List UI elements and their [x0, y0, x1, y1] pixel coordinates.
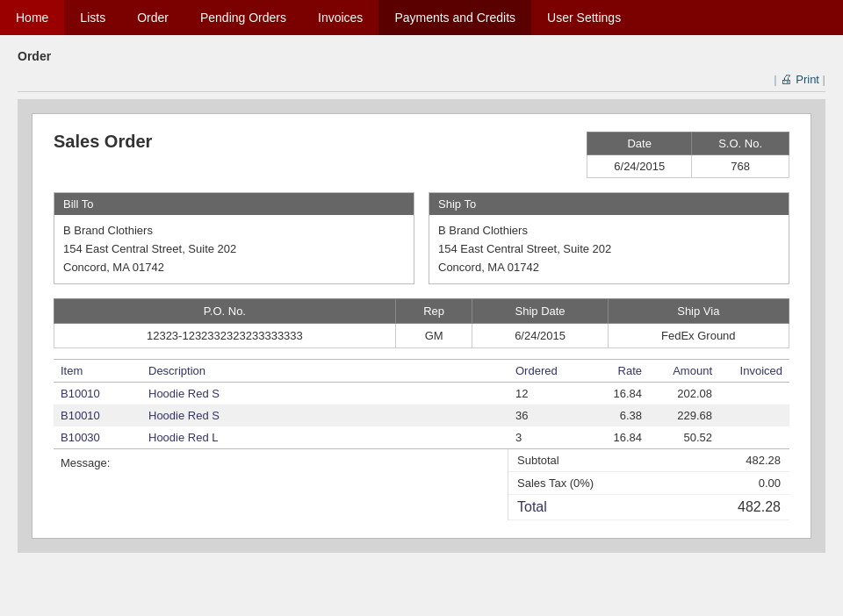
bill-to-body: B Brand Clothiers 154 East Central Stree…	[54, 215, 414, 283]
col-item: Item	[54, 360, 141, 383]
subtotal-label: Subtotal	[508, 449, 680, 472]
ship-to-line-3: Concord, MA 01742	[438, 259, 780, 277]
cell-invoiced	[719, 383, 789, 405]
total-label: Total	[508, 495, 680, 520]
col-amount: Amount	[649, 360, 719, 383]
po-no-header: P.O. No.	[54, 299, 396, 324]
cell-invoiced	[719, 405, 789, 426]
print-icon: 🖨	[780, 72, 792, 86]
rep-header: Rep	[395, 299, 472, 324]
col-rate: Rate	[579, 360, 649, 383]
ship-to-line-2: 154 East Central Street, Suite 202	[438, 240, 780, 259]
cell-item: B10010	[54, 405, 141, 426]
so-no-header: S.O. No.	[692, 133, 789, 155]
nav-order[interactable]: Order	[121, 0, 184, 35]
print-bar: | 🖨 Print |	[18, 72, 825, 92]
total-value: 482.28	[680, 495, 789, 520]
nav-invoices[interactable]: Invoices	[302, 0, 378, 35]
cell-amount: 202.08	[649, 383, 719, 405]
so-title: Sales Order	[54, 132, 152, 152]
table-row: B10030 Hoodie Red L 3 16.84 50.52	[54, 426, 789, 448]
message-label: Message:	[61, 456, 110, 469]
cell-rate: 6.38	[579, 405, 649, 426]
tax-row: Sales Tax (0%) 0.00	[508, 472, 789, 495]
cell-rate: 16.84	[579, 383, 649, 405]
table-row: B10010 Hoodie Red S 12 16.84 202.08	[54, 383, 789, 405]
date-value: 6/24/2015	[587, 155, 692, 178]
bill-to-line-2: 154 East Central Street, Suite 202	[63, 240, 405, 259]
cell-description: Hoodie Red S	[141, 405, 508, 426]
main-nav: Home Lists Order Pending Orders Invoices…	[0, 0, 843, 35]
ship-via-header: Ship Via	[608, 299, 789, 324]
so-header: Sales Order Date S.O. No. 6/24/2015 768	[54, 132, 789, 178]
subtotal-row: Subtotal 482.28	[508, 449, 789, 472]
col-ordered: Ordered	[508, 360, 579, 383]
cell-invoiced	[719, 426, 789, 448]
message-area: Message:	[54, 449, 508, 520]
nav-home[interactable]: Home	[0, 0, 64, 35]
bill-to-line-1: B Brand Clothiers	[63, 222, 405, 240]
po-no-value: 12323-1232332323233333333	[54, 324, 396, 348]
totals-area: Subtotal 482.28 Sales Tax (0%) 0.00 Tota…	[508, 449, 789, 520]
cell-rate: 16.84	[579, 426, 649, 448]
ship-to-box: Ship To B Brand Clothiers 154 East Centr…	[429, 192, 789, 284]
ship-date-header: Ship Date	[472, 299, 608, 324]
cell-item: B10030	[54, 426, 141, 448]
col-description: Description	[141, 360, 508, 383]
bill-to-header: Bill To	[54, 193, 414, 215]
cell-description: Hoodie Red L	[141, 426, 508, 448]
cell-ordered: 36	[508, 405, 579, 426]
table-row: B10010 Hoodie Red S 36 6.38 229.68	[54, 405, 789, 426]
so-no-value: 768	[692, 155, 789, 178]
page-title: Order	[18, 49, 825, 63]
bottom-section: Message: Subtotal 482.28 Sales Tax (0%) …	[54, 448, 789, 520]
total-row: Total 482.28	[508, 495, 789, 520]
page-content: Order | 🖨 Print | Sales Order Date S.O. …	[0, 35, 843, 567]
order-container: Sales Order Date S.O. No. 6/24/2015 768	[18, 99, 825, 553]
ship-to-body: B Brand Clothiers 154 East Central Stree…	[429, 215, 789, 283]
tax-value: 0.00	[680, 472, 789, 495]
cell-ordered: 12	[508, 383, 579, 405]
print-link[interactable]: 🖨 Print	[780, 72, 819, 86]
cell-description: Hoodie Red S	[141, 383, 508, 405]
items-table: Item Description Ordered Rate Amount Inv…	[54, 359, 789, 448]
subtotal-value: 482.28	[680, 449, 789, 472]
ship-to-header: Ship To	[429, 193, 789, 215]
ship-to-line-1: B Brand Clothiers	[438, 222, 780, 240]
cell-item: B10010	[54, 383, 141, 405]
order-info-table: P.O. No. Rep Ship Date Ship Via 12323-12…	[54, 298, 789, 348]
bill-to-line-3: Concord, MA 01742	[63, 259, 405, 277]
so-meta-table: Date S.O. No. 6/24/2015 768	[587, 132, 789, 178]
col-invoiced: Invoiced	[719, 360, 789, 383]
rep-value: GM	[395, 324, 472, 348]
cell-amount: 229.68	[649, 405, 719, 426]
cell-amount: 50.52	[649, 426, 719, 448]
order-inner: Sales Order Date S.O. No. 6/24/2015 768	[32, 113, 811, 539]
address-section: Bill To B Brand Clothiers 154 East Centr…	[54, 192, 789, 284]
cell-ordered: 3	[508, 426, 579, 448]
print-label: Print	[796, 73, 819, 86]
bill-to-box: Bill To B Brand Clothiers 154 East Centr…	[54, 192, 414, 284]
totals-table: Subtotal 482.28 Sales Tax (0%) 0.00 Tota…	[508, 449, 789, 520]
ship-via-value: FedEx Ground	[608, 324, 789, 348]
nav-pending-orders[interactable]: Pending Orders	[184, 0, 302, 35]
nav-lists[interactable]: Lists	[64, 0, 121, 35]
date-header: Date	[587, 133, 692, 155]
tax-label: Sales Tax (0%)	[508, 472, 680, 495]
ship-date-value: 6/24/2015	[472, 324, 608, 348]
nav-user-settings[interactable]: User Settings	[531, 0, 637, 35]
nav-payments-credits[interactable]: Payments and Credits	[378, 0, 531, 35]
